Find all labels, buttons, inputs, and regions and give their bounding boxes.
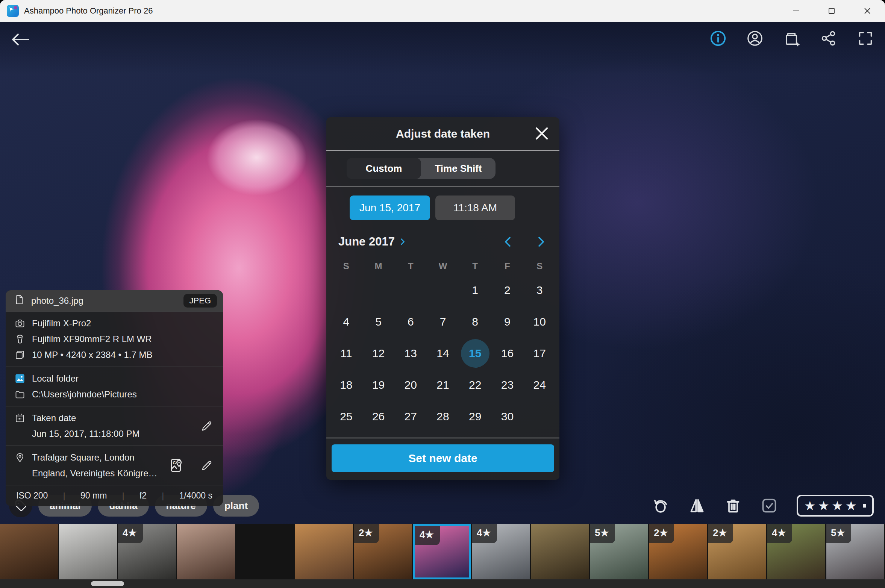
thumbnail-dog-newspaper[interactable]: 4★	[118, 524, 176, 579]
share-icon[interactable]	[820, 29, 838, 47]
star-filled-icon[interactable]: ★	[846, 499, 857, 512]
previous-month-icon[interactable]	[502, 235, 514, 248]
thumbnail-dahlia[interactable]: 4★	[413, 524, 471, 579]
calendar-day-25[interactable]: 25	[332, 402, 361, 431]
lens-model: Fujifilm XF90mmF2 R LM WR	[32, 333, 152, 345]
calendar-day-6[interactable]: 6	[396, 308, 425, 336]
filmstrip-scrollbar-track[interactable]	[0, 579, 885, 588]
thumbnail-dog-graffiti[interactable]	[295, 524, 353, 579]
user-account-icon[interactable]	[746, 29, 764, 47]
camera-model: Fujifilm X-Pro2	[32, 318, 91, 329]
calendar-day-17[interactable]: 17	[525, 339, 554, 368]
calendar-navs	[502, 235, 547, 248]
calendar-day-26[interactable]: 26	[364, 402, 393, 431]
calendar-day-5[interactable]: 5	[364, 308, 393, 336]
exif-focal-length: 90 mm	[80, 491, 107, 501]
month-expand-chevron-icon[interactable]	[399, 238, 407, 246]
calendar-day-10[interactable]: 10	[525, 308, 554, 336]
thumbnail-white-cat[interactable]: 4★	[472, 524, 530, 579]
mode-tabs-wrap: CustomTime Shift	[326, 151, 559, 186]
minimize-button[interactable]	[778, 0, 814, 22]
thumbnail-shaggy-dog[interactable]: 4★	[767, 524, 825, 579]
calendar-day-7[interactable]: 7	[429, 308, 457, 336]
calendar-day-11[interactable]: 11	[332, 339, 361, 368]
calendar-day-2[interactable]: 2	[493, 276, 521, 305]
info-icon[interactable]	[709, 29, 727, 47]
open-maps-icon[interactable]: G	[169, 458, 185, 473]
calendar-day-24[interactable]: 24	[525, 371, 554, 399]
thumbnail-golden-retriever[interactable]: 2★	[354, 524, 412, 579]
app-window: Ashampoo Photo Organizer Pro 26	[0, 0, 885, 588]
divider	[326, 438, 559, 438]
calendar-icon	[15, 413, 25, 423]
calendar-day-4[interactable]: 4	[332, 308, 361, 336]
date-value-button[interactable]: Jun 15, 2017	[350, 195, 430, 220]
weekday-label: W	[427, 261, 459, 271]
thumbnail-black-dog-snow[interactable]	[59, 524, 117, 579]
thumbnail-cocker-spaniel[interactable]	[531, 524, 589, 579]
next-month-icon[interactable]	[535, 235, 547, 248]
back-button[interactable]	[11, 32, 30, 47]
calendar-day-15[interactable]: 15	[461, 339, 489, 368]
dialog-close-icon[interactable]	[534, 126, 550, 141]
calendar-day-29[interactable]: 29	[461, 402, 489, 431]
calendar-day-28[interactable]: 28	[429, 402, 457, 431]
thumbnail-cat-snow[interactable]	[236, 524, 294, 579]
tab-custom[interactable]: Custom	[347, 158, 421, 179]
filmstrip-scrollbar-thumb[interactable]	[91, 581, 124, 586]
taken-date-value: Jun 15, 2017, 11:18:00 PM	[6, 426, 223, 442]
calendar-day-13[interactable]: 13	[396, 339, 425, 368]
calendar-day-14[interactable]: 14	[429, 339, 457, 368]
thumbnail-dog-goggles[interactable]: 5★	[826, 524, 884, 579]
time-value-button[interactable]: 11:18 AM	[435, 195, 515, 220]
svg-text:G: G	[173, 461, 176, 465]
calendar-day-19[interactable]: 19	[364, 371, 393, 399]
maximize-button[interactable]	[814, 0, 849, 22]
edit-location-icon[interactable]	[200, 459, 213, 472]
weekday-label: S	[523, 261, 556, 271]
delete-icon[interactable]	[724, 497, 742, 514]
edit-date-icon[interactable]	[200, 420, 213, 432]
lens-icon	[15, 334, 25, 344]
thumbnail-puppy-petted[interactable]	[177, 524, 235, 579]
fullscreen-icon[interactable]	[856, 29, 874, 47]
set-new-date-button[interactable]: Set new date	[332, 444, 554, 472]
star-filled-icon[interactable]: ★	[818, 499, 829, 512]
add-to-album-icon[interactable]	[783, 29, 801, 47]
exif-separator: |	[162, 491, 164, 501]
calendar-day-27[interactable]: 27	[396, 402, 425, 431]
calendar-day-12[interactable]: 12	[364, 339, 393, 368]
folder-section: Local folder C:\Users\johndoe\Pictures	[6, 367, 223, 406]
select-checkbox[interactable]	[761, 497, 778, 514]
star-empty-icon[interactable]	[863, 504, 866, 508]
calendar-day-20[interactable]: 20	[396, 371, 425, 399]
weekday-label: T	[394, 261, 427, 271]
close-button[interactable]	[849, 0, 885, 22]
calendar-day-16[interactable]: 16	[493, 339, 521, 368]
rating-widget[interactable]: ★★★★	[797, 495, 874, 517]
calendar-day-8[interactable]: 8	[461, 308, 489, 336]
calendar-day-1[interactable]: 1	[461, 276, 489, 305]
month-label[interactable]: June 2017	[338, 235, 395, 249]
taken-date-section: Taken date Jun 15, 2017, 11:18:00 PM	[6, 406, 223, 446]
calendar-day-18[interactable]: 18	[332, 371, 361, 399]
star-filled-icon[interactable]: ★	[804, 499, 815, 512]
exif-shutter: 1/4000 s	[179, 491, 212, 501]
calendar-day-30[interactable]: 30	[493, 402, 521, 431]
rotate-icon[interactable]	[652, 497, 670, 514]
calendar-day-22[interactable]: 22	[461, 371, 489, 399]
thumbnail-goats[interactable]	[0, 524, 58, 579]
calendar-day-23[interactable]: 23	[493, 371, 521, 399]
calendar-day-9[interactable]: 9	[493, 308, 521, 336]
dialog-header: Adjust date taken	[326, 117, 559, 150]
tab-time-shift[interactable]: Time Shift	[421, 158, 496, 179]
thumbnail-dog-field[interactable]: 2★	[708, 524, 766, 579]
window-title: Ashampoo Photo Organizer Pro 26	[24, 6, 153, 16]
thumbnail-fox[interactable]: 2★	[649, 524, 707, 579]
exif-aperture: f2	[139, 491, 147, 501]
star-filled-icon[interactable]: ★	[832, 499, 843, 512]
flip-horizontal-icon[interactable]	[688, 497, 706, 514]
calendar-day-21[interactable]: 21	[429, 371, 457, 399]
calendar-day-3[interactable]: 3	[525, 276, 554, 305]
thumbnail-girl-balloons[interactable]: 5★	[590, 524, 648, 579]
